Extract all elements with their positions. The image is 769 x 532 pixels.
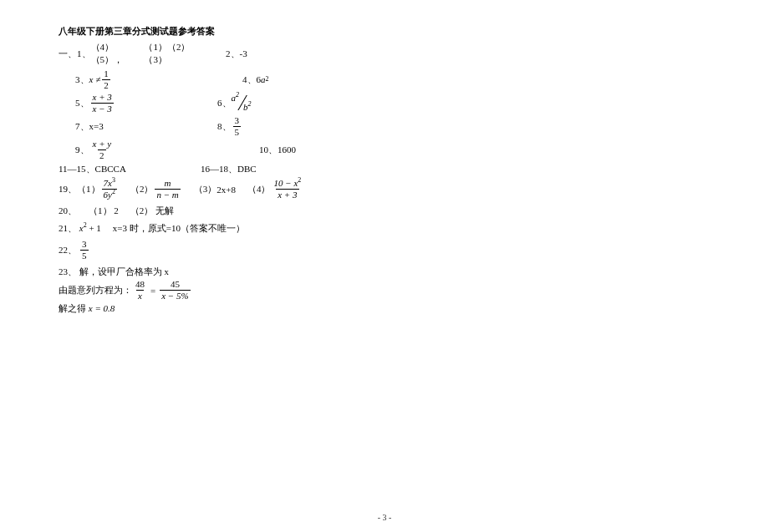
- q19-p1-label: （1）: [77, 183, 100, 195]
- q9-label: 9、: [75, 144, 89, 156]
- q9-num: x + y: [91, 139, 114, 149]
- q19-p2-fraction: m n − m: [155, 179, 180, 200]
- row-q22: 22、 3 5: [59, 240, 710, 261]
- q5-den: x − 3: [91, 103, 114, 114]
- q6-dd-exp: 2: [248, 100, 252, 108]
- row-q19: 19、 （1） 7x3 6y2 （2） m n − m （3） 2x+8 （4）…: [59, 179, 710, 200]
- q5-num: x + 3: [91, 93, 114, 103]
- q1-ans-b: （1）（2）（3）: [144, 41, 201, 67]
- q5-label: 5、: [75, 97, 89, 109]
- q20-label: 20、: [59, 205, 77, 217]
- q23-rhs-fraction: 45 x − 5%: [160, 280, 190, 301]
- row-q23-step1: 23、 解，设甲厂合格率为 x: [59, 266, 710, 278]
- q20-p2: （2） 无解: [130, 205, 174, 217]
- q3-fraction: 1 2: [102, 69, 110, 90]
- q22-fraction: 3 5: [80, 240, 89, 261]
- q23-label: 23、: [59, 266, 77, 276]
- q22-den: 5: [80, 250, 89, 261]
- row-q3-q4: 3、 x ≠ 1 2 4、 6a2: [59, 69, 710, 90]
- q8-num: 3: [233, 116, 242, 126]
- row-q7-q8: 7、 x=3 8、 3 5: [59, 116, 710, 137]
- q4-var: a: [261, 73, 266, 86]
- q8-fraction: 3 5: [233, 116, 242, 137]
- q19-p1-num-exp: 3: [112, 177, 115, 185]
- q11-15-ans: CBCCA: [95, 163, 126, 175]
- q10-ans: 1600: [278, 144, 296, 156]
- q21-cond: x=3 时，原式=10（答案不唯一）: [113, 222, 245, 235]
- q7-ans: x=3: [89, 120, 104, 133]
- q23-step2-prefix: 由题意列方程为：: [59, 284, 132, 296]
- row-q21: 21、 x2 + 1 x=3 时，原式=10（答案不唯一）: [59, 222, 710, 235]
- q23-eq: =: [150, 286, 155, 296]
- section-label: 一、: [59, 48, 77, 60]
- q3-den: 2: [102, 79, 110, 90]
- q19-p1-num: 7x: [104, 178, 112, 188]
- document-title: 八年级下册第三章分式测试题参考答案: [59, 25, 710, 38]
- row-q23-step3: 解之得 x = 0.8: [59, 302, 710, 315]
- row-q11-18: 11—15、 CBCCA 16—18、 DBC: [59, 163, 710, 175]
- q21-label: 21、: [59, 223, 77, 233]
- q23-step3-prefix: 解之得: [59, 303, 89, 313]
- q5-fraction: x + 3 x − 3: [91, 93, 114, 114]
- q23-lhs-den: x: [136, 290, 144, 301]
- page-number: - 3 -: [0, 513, 769, 522]
- q10-label: 10、: [259, 144, 278, 156]
- q19-p4-fraction: 10 − x2 x + 3: [272, 179, 303, 200]
- q6-diagonal-fraction: a2 b2: [232, 94, 252, 112]
- q19-p1-den: 6y: [104, 190, 112, 200]
- q23-step1: 解，设甲厂合格率为 x: [79, 266, 169, 276]
- q20-p1: （1） 2: [89, 205, 119, 217]
- q3-prefix: x ≠: [89, 73, 101, 86]
- q22-num: 3: [80, 240, 89, 250]
- q2-label: 2、: [226, 48, 240, 60]
- q1-ans-a: （4）（5），: [91, 41, 136, 67]
- row-q9-q10: 9、 x + y 2 10、 1600: [59, 139, 710, 160]
- q7-label: 7、: [75, 120, 89, 133]
- q9-fraction: x + y 2: [91, 139, 114, 160]
- q23-lhs-fraction: 48 x: [134, 280, 146, 301]
- q1-label: 1、: [77, 48, 91, 60]
- q11-15-label: 11—15、: [59, 163, 95, 175]
- q19-label: 19、: [59, 183, 77, 195]
- q8-label: 8、: [217, 120, 232, 133]
- q19-p2-den: n − m: [155, 189, 180, 200]
- q23-step3-ans: x = 0.8: [89, 303, 115, 313]
- q19-p3-label: （3）: [194, 183, 217, 195]
- q19-p4-den: x + 3: [276, 189, 298, 200]
- q23-rhs-den: x − 5%: [160, 290, 190, 301]
- q6-label: 6、: [217, 97, 232, 109]
- q19-p4-label: （4）: [247, 183, 271, 195]
- q9-den: 2: [98, 149, 106, 160]
- q16-18-ans: DBC: [237, 163, 257, 175]
- row-q5-q6: 5、 x + 3 x − 3 6、 a2 b2: [59, 93, 710, 114]
- q19-p1-fraction: 7x3 6y2: [102, 179, 117, 200]
- q19-p2-num: m: [163, 179, 173, 189]
- q19-p1-den-exp: 2: [112, 189, 115, 196]
- q19-p4-num-exp: 2: [298, 177, 301, 185]
- q4-label: 4、: [242, 73, 257, 86]
- q2-ans: -3: [240, 48, 247, 60]
- q8-den: 5: [233, 126, 242, 137]
- row-q23-step2: 由题意列方程为： 48 x = 45 x − 5%: [59, 280, 710, 301]
- q23-lhs-num: 48: [134, 280, 146, 290]
- q19-p4-num: 10 − x: [273, 178, 298, 188]
- q3-num: 1: [102, 69, 110, 79]
- q21-expr-tail: + 1: [87, 223, 101, 233]
- q23-rhs-num: 45: [169, 280, 181, 290]
- row-q1-q2: 一、 1、 （4）（5）， （1）（2）（3） 2、 -3: [59, 41, 710, 67]
- q3-label: 3、: [75, 73, 89, 86]
- q22-label: 22、: [59, 244, 77, 256]
- row-q20: 20、 （1） 2 （2） 无解: [59, 205, 710, 217]
- q19-p3-ans: 2x+8: [216, 185, 236, 195]
- q16-18-label: 16—18、: [201, 163, 237, 175]
- q19-p2-label: （2）: [130, 183, 154, 195]
